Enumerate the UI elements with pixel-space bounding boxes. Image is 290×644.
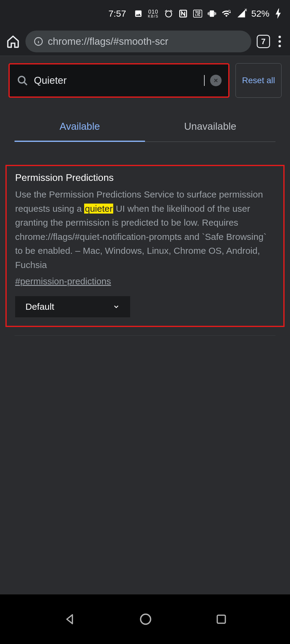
home-icon[interactable] xyxy=(6,34,20,48)
image-icon xyxy=(134,9,143,18)
vibrate-icon xyxy=(208,9,216,18)
nav-recents-button[interactable] xyxy=(215,613,227,625)
nav-back-button[interactable] xyxy=(63,613,76,626)
nav-home-button[interactable] xyxy=(139,613,152,626)
flag-permission-predictions: Permission Predictions Use the Permissio… xyxy=(5,165,285,327)
tab-available[interactable]: Available xyxy=(15,115,145,142)
flag-state-dropdown[interactable]: Default xyxy=(15,296,130,317)
android-status-bar: 7:57 010 KB/S Vo))LTE x 52% xyxy=(0,0,290,27)
svg-point-1 xyxy=(228,10,230,12)
volte-icon: Vo))LTE xyxy=(193,10,202,18)
status-time: 7:57 xyxy=(108,8,126,19)
search-input[interactable] xyxy=(34,75,205,86)
overflow-menu-icon[interactable] xyxy=(275,36,284,47)
reset-all-button[interactable]: Reset all xyxy=(236,63,282,98)
android-nav-bar xyxy=(0,594,290,644)
data-speed-indicator: 010 KB/S xyxy=(148,9,159,18)
search-flags-box xyxy=(8,63,229,98)
browser-toolbar: chrome://flags/#smooth-scr 7 xyxy=(0,27,290,56)
nfc-icon xyxy=(179,9,188,18)
clear-search-button[interactable] xyxy=(210,75,222,86)
tab-unavailable[interactable]: Unavailable xyxy=(145,115,275,142)
svg-line-6 xyxy=(24,82,27,85)
chevron-down-icon xyxy=(113,303,120,310)
close-icon xyxy=(213,77,219,83)
flags-page: Reset all Available Unavailable Permissi… xyxy=(0,56,290,594)
flag-description: Use the Permission Predictions Service t… xyxy=(15,188,275,272)
svg-point-9 xyxy=(141,614,151,624)
url-bar[interactable]: chrome://flags/#smooth-scr xyxy=(25,31,251,52)
svg-rect-10 xyxy=(217,615,225,623)
divider xyxy=(15,335,275,336)
flag-id-link[interactable]: #permission-predictions xyxy=(15,276,111,286)
tabs: Available Unavailable xyxy=(15,115,275,142)
signal-icon: x xyxy=(237,9,246,18)
search-icon xyxy=(16,74,28,87)
tab-switcher[interactable]: 7 xyxy=(257,35,270,48)
charging-icon xyxy=(275,8,282,19)
alarm-icon xyxy=(164,9,173,18)
wifi-icon xyxy=(222,9,231,18)
flag-title: Permission Predictions xyxy=(15,172,275,183)
battery-percent: 52% xyxy=(251,8,269,19)
svg-point-5 xyxy=(18,77,25,83)
url-text: chrome://flags/#smooth-scr xyxy=(48,36,168,47)
